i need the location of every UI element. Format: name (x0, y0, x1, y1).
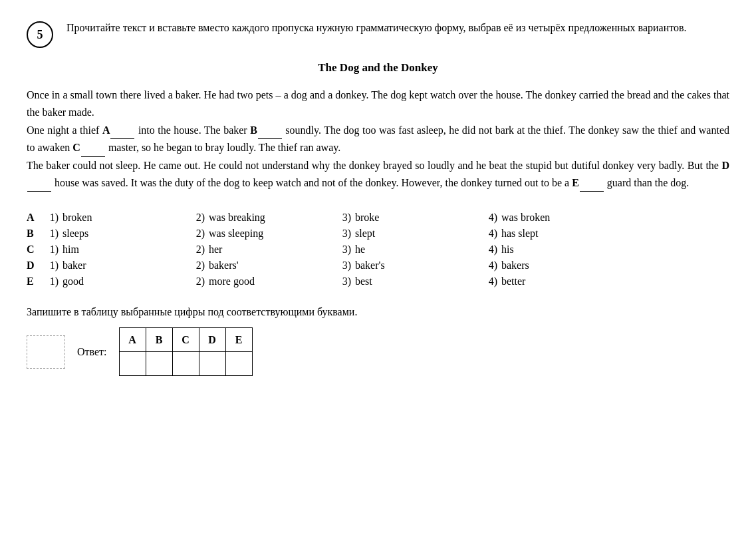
choice-option-D1: 1) baker (45, 260, 191, 272)
choice-option-B2: 2) was sleeping (191, 228, 338, 240)
task-instruction: Прочитайте текст и вставьте вместо каждо… (66, 20, 729, 36)
choice-text-B2: was sleeping (209, 228, 338, 240)
choice-num-B1: 1) (45, 228, 59, 240)
choice-text-D3: baker's (355, 260, 484, 272)
choice-text-A3: broke (355, 212, 484, 224)
choice-letter-A: A (27, 212, 45, 224)
choice-num-A2: 2) (191, 212, 205, 224)
choice-options-B: 1) sleeps 2) was sleeping 3) slept 4) ha… (45, 228, 729, 240)
choice-num-C4: 4) (484, 244, 497, 256)
blank-C: C (72, 142, 106, 153)
choice-num-B2: 2) (191, 228, 205, 240)
blank-B: B (250, 124, 283, 136)
story-text: Once in a small town there lived a baker… (27, 87, 729, 192)
choice-text-D2: bakers' (209, 260, 338, 272)
choice-text-B4: has slept (501, 228, 630, 240)
choices-section: A 1) broken 2) was breaking 3) broke 4) … (27, 212, 729, 287)
choice-row-A: A 1) broken 2) was breaking 3) broke 4) … (27, 212, 729, 224)
choice-options-E: 1) good 2) more good 3) best 4) better (45, 276, 729, 287)
task-container: 5 Прочитайте текст и вставьте вместо каж… (27, 20, 729, 376)
choice-text-E1: good (63, 276, 191, 287)
choice-option-A4: 4) was broken (484, 212, 630, 224)
answer-val-A[interactable] (119, 352, 146, 376)
choice-num-D3: 3) (338, 260, 351, 272)
choice-num-D2: 2) (191, 260, 205, 272)
answer-col-B: B (146, 328, 172, 352)
choice-option-C1: 1) him (45, 244, 191, 256)
choice-num-C3: 3) (338, 244, 351, 256)
choice-option-C3: 3) he (338, 244, 484, 256)
answer-section: Запишите в таблицу выбранные цифры под с… (27, 306, 729, 376)
story-paragraph-2: One night a thief A into the house. The … (27, 122, 729, 157)
choice-text-E3: best (355, 276, 484, 287)
answer-col-D: D (199, 328, 225, 352)
choice-text-C3: he (355, 244, 484, 256)
blank-A: A (102, 124, 136, 136)
choice-num-C1: 1) (45, 244, 59, 256)
answer-box-placeholder (27, 335, 65, 369)
choice-option-B4: 4) has slept (484, 228, 630, 240)
choice-row-B: B 1) sleeps 2) was sleeping 3) slept 4) … (27, 228, 729, 240)
choice-num-B4: 4) (484, 228, 497, 240)
blank-D: D (27, 160, 729, 188)
story-paragraph-1: Once in a small town there lived a baker… (27, 87, 729, 122)
choice-option-E4: 4) better (484, 276, 630, 287)
choice-options-A: 1) broken 2) was breaking 3) broke 4) wa… (45, 212, 729, 224)
choice-option-B1: 1) sleeps (45, 228, 191, 240)
choice-text-D1: baker (63, 260, 191, 272)
blank-E: E (572, 177, 604, 188)
choice-num-E4: 4) (484, 276, 497, 287)
answer-table-header: A B C D E (119, 328, 252, 352)
answer-col-C: C (172, 328, 199, 352)
answer-col-E: E (225, 328, 252, 352)
answer-label: Ответ: (77, 346, 107, 358)
choice-text-E4: better (501, 276, 630, 287)
choice-options-C: 1) him 2) her 3) he 4) his (45, 244, 729, 256)
answer-val-B[interactable] (146, 352, 172, 376)
choice-num-D4: 4) (484, 260, 497, 272)
answer-val-D[interactable] (199, 352, 225, 376)
answer-table: A B C D E (119, 327, 253, 376)
choice-num-C2: 2) (191, 244, 205, 256)
choice-option-B3: 3) slept (338, 228, 484, 240)
answer-val-C[interactable] (172, 352, 199, 376)
choice-option-E2: 2) more good (191, 276, 338, 287)
choice-text-A4: was broken (501, 212, 630, 224)
choice-num-A4: 4) (484, 212, 497, 224)
choice-text-A1: broken (63, 212, 191, 224)
choice-options-D: 1) baker 2) bakers' 3) baker's 4) bakers (45, 260, 729, 272)
answer-instruction: Запишите в таблицу выбранные цифры под с… (27, 306, 729, 318)
story-title: The Dog and the Donkey (27, 61, 729, 75)
choice-option-E3: 3) best (338, 276, 484, 287)
choice-text-C4: his (501, 244, 630, 256)
choice-letter-D: D (27, 260, 45, 272)
choice-text-E2: more good (209, 276, 338, 287)
choice-row-C: C 1) him 2) her 3) he 4) his (27, 244, 729, 256)
choice-num-D1: 1) (45, 260, 59, 272)
choice-text-A2: was breaking (209, 212, 338, 224)
choice-option-D2: 2) bakers' (191, 260, 338, 272)
choice-row-D: D 1) baker 2) bakers' 3) baker's 4) bake… (27, 260, 729, 272)
choice-text-C2: her (209, 244, 338, 256)
task-header: 5 Прочитайте текст и вставьте вместо каж… (27, 20, 729, 48)
choice-num-E2: 2) (191, 276, 205, 287)
answer-row: Ответ: A B C D E (27, 327, 729, 376)
choice-letter-E: E (27, 276, 45, 287)
choice-text-D4: bakers (501, 260, 630, 272)
answer-val-E[interactable] (225, 352, 252, 376)
choice-option-A1: 1) broken (45, 212, 191, 224)
choice-option-C2: 2) her (191, 244, 338, 256)
choice-row-E: E 1) good 2) more good 3) best 4) better (27, 276, 729, 287)
choice-option-E1: 1) good (45, 276, 191, 287)
choice-text-B3: slept (355, 228, 484, 240)
choice-option-C4: 4) his (484, 244, 630, 256)
story-paragraph-3: The baker could not sleep. He came out. … (27, 157, 729, 192)
answer-table-values (119, 352, 252, 376)
answer-col-A: A (119, 328, 146, 352)
choice-option-A3: 3) broke (338, 212, 484, 224)
choice-text-C1: him (63, 244, 191, 256)
choice-option-D4: 4) bakers (484, 260, 630, 272)
choice-num-A3: 3) (338, 212, 351, 224)
choice-option-A2: 2) was breaking (191, 212, 338, 224)
choice-num-E1: 1) (45, 276, 59, 287)
